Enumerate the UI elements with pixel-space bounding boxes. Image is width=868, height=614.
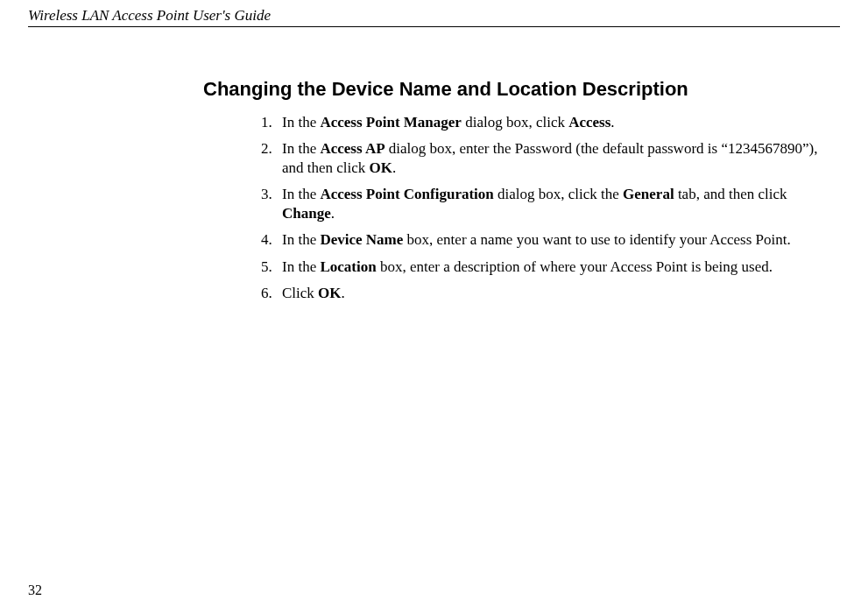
text-fragment: In the <box>282 231 320 248</box>
bold-term: Access Point Configuration <box>320 186 493 202</box>
step-number: 4. <box>261 230 279 250</box>
steps-list: 1. In the Access Point Manager dialog bo… <box>203 113 840 303</box>
step-text: In the Access AP dialog box, enter the P… <box>282 139 822 178</box>
text-fragment: dialog box, click <box>462 114 568 131</box>
step-item: 2. In the Access AP dialog box, enter th… <box>261 139 822 178</box>
step-text: Click OK. <box>282 284 822 303</box>
text-fragment: In the <box>282 186 320 202</box>
text-fragment: . <box>610 114 614 131</box>
text-fragment: In the <box>282 258 320 275</box>
step-number: 3. <box>261 185 279 223</box>
text-fragment: tab, and then click <box>674 186 787 202</box>
text-fragment: dialog box, click the <box>494 186 623 202</box>
bold-term: Access AP <box>320 140 385 157</box>
step-item: 3. In the Access Point Configuration dia… <box>261 185 822 223</box>
text-fragment: . <box>392 159 396 176</box>
bold-term: Change <box>282 205 331 222</box>
step-text: In the Access Point Configuration dialog… <box>282 185 822 223</box>
bold-term: Device Name <box>320 231 403 248</box>
text-fragment: In the <box>282 114 320 131</box>
bold-term: Location <box>320 258 376 275</box>
step-number: 5. <box>261 258 279 277</box>
step-text: In the Device Name box, enter a name you… <box>282 230 822 250</box>
bold-term: Access <box>568 114 610 131</box>
text-fragment: . <box>331 205 335 222</box>
bold-term: General <box>623 186 674 202</box>
section-heading: Changing the Device Name and Location De… <box>203 78 840 101</box>
text-fragment: box, enter a description of where your A… <box>377 258 773 275</box>
page-content: Changing the Device Name and Location De… <box>0 27 868 303</box>
step-text: In the Location box, enter a description… <box>282 258 822 277</box>
step-number: 1. <box>261 113 279 132</box>
text-fragment: . <box>342 285 345 301</box>
step-item: 1. In the Access Point Manager dialog bo… <box>261 113 822 132</box>
step-item: 5. In the Location box, enter a descript… <box>261 258 822 277</box>
text-fragment: In the <box>282 140 320 157</box>
guide-title: Wireless LAN Access Point User's Guide <box>0 0 868 26</box>
bold-term: OK <box>370 159 392 176</box>
step-item: 4. In the Device Name box, enter a name … <box>261 230 822 250</box>
text-fragment: Click <box>282 285 318 301</box>
text-fragment: box, enter a name you want to use to ide… <box>403 231 790 248</box>
bold-term: OK <box>318 285 341 301</box>
step-item: 6. Click OK. <box>261 284 822 303</box>
step-number: 2. <box>261 139 279 178</box>
page-number: 32 <box>28 582 42 598</box>
bold-term: Access Point Manager <box>320 114 461 131</box>
step-text: In the Access Point Manager dialog box, … <box>282 113 822 132</box>
step-number: 6. <box>261 284 279 303</box>
